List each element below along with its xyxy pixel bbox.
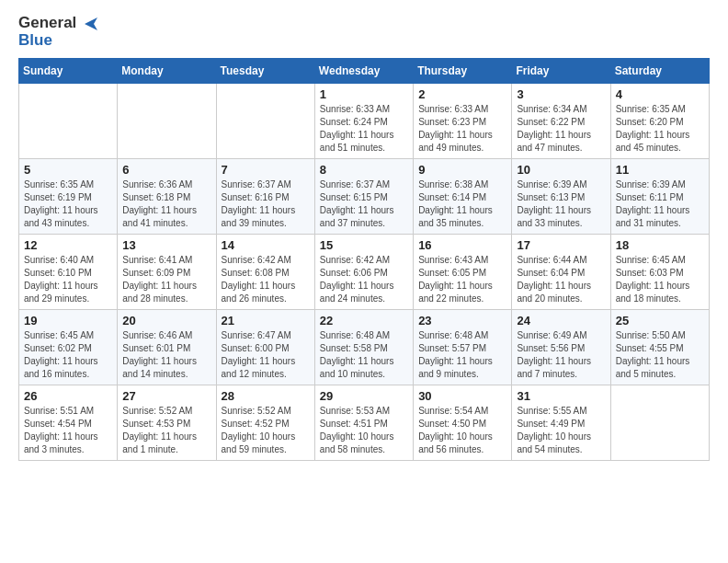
day-info: Sunrise: 6:36 AM Sunset: 6:18 PM Dayligh… [122, 178, 210, 230]
day-cell: 28Sunrise: 5:52 AM Sunset: 4:52 PM Dayli… [216, 385, 314, 461]
logo-text: General Blue [18, 15, 99, 49]
day-info: Sunrise: 5:52 AM Sunset: 4:52 PM Dayligh… [222, 405, 310, 456]
day-cell: 11Sunrise: 6:39 AM Sunset: 6:11 PM Dayli… [610, 159, 709, 235]
day-number: 3 [517, 87, 605, 101]
day-info: Sunrise: 6:38 AM Sunset: 6:14 PM Dayligh… [418, 178, 506, 230]
header-sunday: Sunday [19, 59, 118, 84]
week-row-5: 26Sunrise: 5:51 AM Sunset: 4:54 PM Dayli… [19, 385, 710, 461]
header-thursday: Thursday [414, 59, 512, 84]
day-info: Sunrise: 6:45 AM Sunset: 6:02 PM Dayligh… [24, 329, 112, 381]
header-monday: Monday [118, 59, 216, 84]
day-cell: 18Sunrise: 6:45 AM Sunset: 6:03 PM Dayli… [610, 235, 709, 310]
logo-arrow-icon [83, 16, 99, 32]
logo: General Blue [18, 15, 99, 49]
day-cell [118, 84, 216, 159]
day-number: 25 [616, 314, 704, 327]
day-info: Sunrise: 6:35 AM Sunset: 6:19 PM Dayligh… [24, 178, 112, 230]
day-cell: 5Sunrise: 6:35 AM Sunset: 6:19 PM Daylig… [19, 159, 118, 235]
day-cell [19, 84, 118, 159]
logo-blue: Blue [18, 31, 52, 49]
day-info: Sunrise: 5:53 AM Sunset: 4:51 PM Dayligh… [320, 405, 408, 456]
day-number: 2 [418, 87, 506, 101]
header-wednesday: Wednesday [314, 59, 413, 84]
day-cell [216, 84, 314, 159]
week-row-3: 12Sunrise: 6:40 AM Sunset: 6:10 PM Dayli… [19, 235, 710, 310]
day-info: Sunrise: 5:54 AM Sunset: 4:50 PM Dayligh… [418, 405, 506, 456]
day-number: 29 [320, 389, 408, 403]
day-info: Sunrise: 6:37 AM Sunset: 6:16 PM Dayligh… [222, 178, 310, 230]
day-info: Sunrise: 6:35 AM Sunset: 6:20 PM Dayligh… [616, 103, 704, 155]
day-cell: 4Sunrise: 6:35 AM Sunset: 6:20 PM Daylig… [610, 84, 709, 159]
day-info: Sunrise: 6:33 AM Sunset: 6:23 PM Dayligh… [418, 103, 506, 155]
day-cell: 9Sunrise: 6:38 AM Sunset: 6:14 PM Daylig… [414, 159, 512, 235]
day-cell: 20Sunrise: 6:46 AM Sunset: 6:01 PM Dayli… [118, 310, 216, 385]
day-info: Sunrise: 6:48 AM Sunset: 5:57 PM Dayligh… [418, 329, 506, 381]
day-cell: 22Sunrise: 6:48 AM Sunset: 5:58 PM Dayli… [314, 310, 413, 385]
day-info: Sunrise: 5:51 AM Sunset: 4:54 PM Dayligh… [24, 405, 112, 456]
day-info: Sunrise: 6:42 AM Sunset: 6:08 PM Dayligh… [222, 254, 310, 305]
day-cell: 17Sunrise: 6:44 AM Sunset: 6:04 PM Dayli… [512, 235, 610, 310]
day-info: Sunrise: 5:52 AM Sunset: 4:53 PM Dayligh… [122, 405, 210, 456]
day-number: 22 [320, 314, 408, 327]
day-info: Sunrise: 5:50 AM Sunset: 4:55 PM Dayligh… [616, 329, 704, 381]
day-cell: 15Sunrise: 6:42 AM Sunset: 6:06 PM Dayli… [314, 235, 413, 310]
day-info: Sunrise: 6:44 AM Sunset: 6:04 PM Dayligh… [517, 254, 605, 305]
day-cell: 30Sunrise: 5:54 AM Sunset: 4:50 PM Dayli… [414, 385, 512, 461]
day-number: 21 [222, 314, 310, 327]
day-number: 27 [122, 389, 210, 403]
day-number: 18 [616, 238, 704, 252]
day-number: 13 [122, 238, 210, 252]
svg-marker-0 [85, 17, 97, 30]
day-cell: 13Sunrise: 6:41 AM Sunset: 6:09 PM Dayli… [118, 235, 216, 310]
page-header: General Blue [18, 15, 710, 49]
day-info: Sunrise: 6:43 AM Sunset: 6:05 PM Dayligh… [418, 254, 506, 305]
day-cell: 1Sunrise: 6:33 AM Sunset: 6:24 PM Daylig… [314, 84, 413, 159]
day-number: 31 [517, 389, 605, 403]
day-number: 7 [222, 163, 310, 177]
day-info: Sunrise: 6:42 AM Sunset: 6:06 PM Dayligh… [320, 254, 408, 305]
calendar-table: SundayMondayTuesdayWednesdayThursdayFrid… [18, 58, 710, 461]
day-number: 30 [418, 389, 506, 403]
day-number: 8 [320, 163, 408, 177]
day-cell: 25Sunrise: 5:50 AM Sunset: 4:55 PM Dayli… [610, 310, 709, 385]
day-cell: 10Sunrise: 6:39 AM Sunset: 6:13 PM Dayli… [512, 159, 610, 235]
day-number: 9 [418, 163, 506, 177]
day-cell: 21Sunrise: 6:47 AM Sunset: 6:00 PM Dayli… [216, 310, 314, 385]
day-number: 17 [517, 238, 605, 252]
day-cell: 14Sunrise: 6:42 AM Sunset: 6:08 PM Dayli… [216, 235, 314, 310]
day-cell: 27Sunrise: 5:52 AM Sunset: 4:53 PM Dayli… [118, 385, 216, 461]
day-cell: 23Sunrise: 6:48 AM Sunset: 5:57 PM Dayli… [414, 310, 512, 385]
day-cell: 3Sunrise: 6:34 AM Sunset: 6:22 PM Daylig… [512, 84, 610, 159]
day-number: 19 [24, 314, 112, 327]
day-info: Sunrise: 6:47 AM Sunset: 6:00 PM Dayligh… [222, 329, 310, 381]
day-cell [610, 385, 709, 461]
day-info: Sunrise: 6:40 AM Sunset: 6:10 PM Dayligh… [24, 254, 112, 305]
calendar-header: SundayMondayTuesdayWednesdayThursdayFrid… [19, 59, 710, 84]
day-number: 15 [320, 238, 408, 252]
day-info: Sunrise: 6:39 AM Sunset: 6:11 PM Dayligh… [616, 178, 704, 230]
day-cell: 16Sunrise: 6:43 AM Sunset: 6:05 PM Dayli… [414, 235, 512, 310]
day-info: Sunrise: 6:46 AM Sunset: 6:01 PM Dayligh… [122, 329, 210, 381]
day-info: Sunrise: 6:41 AM Sunset: 6:09 PM Dayligh… [122, 254, 210, 305]
day-info: Sunrise: 6:33 AM Sunset: 6:24 PM Dayligh… [320, 103, 408, 155]
day-number: 20 [122, 314, 210, 327]
week-row-4: 19Sunrise: 6:45 AM Sunset: 6:02 PM Dayli… [19, 310, 710, 385]
day-cell: 2Sunrise: 6:33 AM Sunset: 6:23 PM Daylig… [414, 84, 512, 159]
day-info: Sunrise: 6:34 AM Sunset: 6:22 PM Dayligh… [517, 103, 605, 155]
logo-general: General [18, 14, 76, 31]
day-cell: 19Sunrise: 6:45 AM Sunset: 6:02 PM Dayli… [19, 310, 118, 385]
day-cell: 12Sunrise: 6:40 AM Sunset: 6:10 PM Dayli… [19, 235, 118, 310]
day-info: Sunrise: 6:39 AM Sunset: 6:13 PM Dayligh… [517, 178, 605, 230]
day-number: 14 [222, 238, 310, 252]
week-row-2: 5Sunrise: 6:35 AM Sunset: 6:19 PM Daylig… [19, 159, 710, 235]
day-info: Sunrise: 6:37 AM Sunset: 6:15 PM Dayligh… [320, 178, 408, 230]
day-info: Sunrise: 6:45 AM Sunset: 6:03 PM Dayligh… [616, 254, 704, 305]
calendar-body: 1Sunrise: 6:33 AM Sunset: 6:24 PM Daylig… [19, 84, 710, 461]
day-cell: 31Sunrise: 5:55 AM Sunset: 4:49 PM Dayli… [512, 385, 610, 461]
day-number: 11 [616, 163, 704, 177]
day-info: Sunrise: 6:48 AM Sunset: 5:58 PM Dayligh… [320, 329, 408, 381]
day-info: Sunrise: 5:55 AM Sunset: 4:49 PM Dayligh… [517, 405, 605, 456]
day-number: 6 [122, 163, 210, 177]
day-cell: 24Sunrise: 6:49 AM Sunset: 5:56 PM Dayli… [512, 310, 610, 385]
day-cell: 8Sunrise: 6:37 AM Sunset: 6:15 PM Daylig… [314, 159, 413, 235]
